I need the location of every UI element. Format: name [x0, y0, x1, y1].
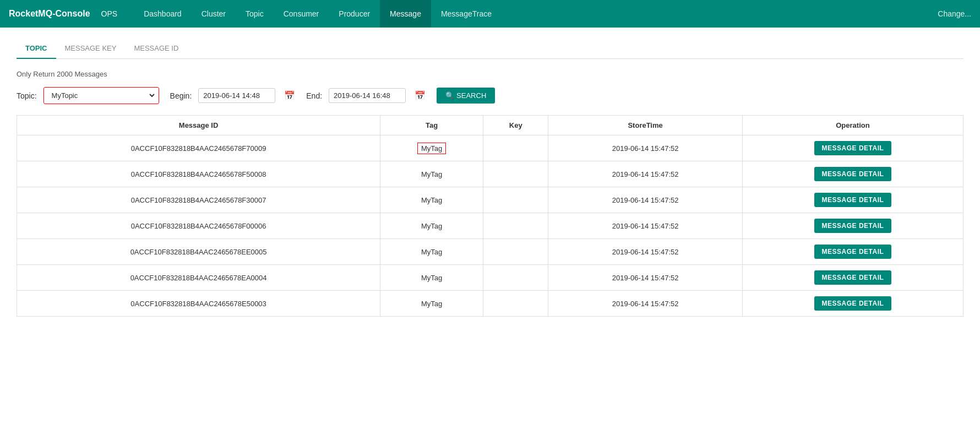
cell-tag: MyTag — [380, 213, 483, 239]
cell-key — [483, 161, 548, 187]
navbar-ops[interactable]: OPS — [101, 9, 118, 18]
nav-item-producer[interactable]: Producer — [329, 0, 380, 28]
cell-operation: MESSAGE DETAIL — [742, 239, 963, 265]
message-detail-button[interactable]: MESSAGE DETAIL — [814, 167, 892, 181]
nav-item-topic[interactable]: Topic — [236, 0, 274, 28]
begin-date-input[interactable] — [198, 88, 275, 103]
cell-key — [483, 213, 548, 239]
tab-message-id[interactable]: MESSAGE ID — [125, 39, 187, 59]
begin-calendar-icon[interactable]: 📅 — [284, 90, 295, 101]
nav-item-consumer[interactable]: Consumer — [274, 0, 329, 28]
cell-storetime: 2019-06-14 15:47:52 — [548, 161, 743, 187]
cell-message-id: 0ACCF10F832818B4AAC2465678F00006 — [17, 213, 380, 239]
nav-item-messagetrace[interactable]: MessageTrace — [431, 0, 502, 28]
col-header-message-id: Message ID — [17, 116, 380, 135]
cell-message-id: 0ACCF10F832818B4AAC2465678EE0005 — [17, 239, 380, 265]
col-header-storetime: StoreTime — [548, 116, 743, 135]
search-label: SEARCH — [456, 91, 486, 100]
col-header-key: Key — [483, 116, 548, 135]
search-button[interactable]: 🔍 SEARCH — [437, 88, 495, 104]
tab-topic[interactable]: TOPIC — [17, 39, 56, 59]
message-detail-button[interactable]: MESSAGE DETAIL — [814, 193, 892, 207]
cell-message-id: 0ACCF10F832818B4AAC2465678F30007 — [17, 187, 380, 213]
cell-storetime: 2019-06-14 15:47:52 — [548, 135, 743, 161]
nav-items: Dashboard Cluster Topic Consumer Produce… — [134, 0, 938, 28]
filter-row: Topic: MyTopic Begin: 📅 End: 📅 🔍 SEARCH — [17, 87, 963, 104]
cell-storetime: 2019-06-14 15:47:52 — [548, 265, 743, 291]
tab-message-key[interactable]: MESSAGE KEY — [56, 39, 126, 59]
cell-storetime: 2019-06-14 15:47:52 — [548, 187, 743, 213]
nav-item-cluster[interactable]: Cluster — [192, 0, 236, 28]
cell-message-id: 0ACCF10F832818B4AAC2465678E50003 — [17, 291, 380, 317]
messages-table: Message ID Tag Key StoreTime Operation 0… — [17, 115, 963, 317]
topic-select[interactable]: MyTopic — [46, 89, 156, 102]
search-icon: 🔍 — [445, 91, 454, 100]
topic-label: Topic: — [17, 91, 37, 100]
tag-highlighted: MyTag — [417, 143, 446, 154]
cell-tag: MyTag — [380, 291, 483, 317]
cell-tag: MyTag — [380, 161, 483, 187]
cell-operation: MESSAGE DETAIL — [742, 213, 963, 239]
navbar-change[interactable]: Change... — [938, 9, 971, 18]
message-detail-button[interactable]: MESSAGE DETAIL — [814, 270, 892, 285]
cell-tag: MyTag — [380, 187, 483, 213]
cell-operation: MESSAGE DETAIL — [742, 291, 963, 317]
cell-storetime: 2019-06-14 15:47:52 — [548, 239, 743, 265]
col-header-tag: Tag — [380, 116, 483, 135]
main-content: TOPIC MESSAGE KEY MESSAGE ID Only Return… — [0, 28, 980, 328]
topic-select-wrapper: MyTopic — [43, 87, 159, 104]
table-row: 0ACCF10F832818B4AAC2465678EA0004MyTag201… — [17, 265, 963, 291]
message-detail-button[interactable]: MESSAGE DETAIL — [814, 296, 892, 311]
cell-tag: MyTag — [380, 265, 483, 291]
cell-key — [483, 265, 548, 291]
navbar: RocketMQ-Console OPS Dashboard Cluster T… — [0, 0, 980, 28]
cell-operation: MESSAGE DETAIL — [742, 265, 963, 291]
cell-message-id: 0ACCF10F832818B4AAC2465678F70009 — [17, 135, 380, 161]
navbar-brand: RocketMQ-Console — [9, 9, 90, 19]
cell-operation: MESSAGE DETAIL — [742, 135, 963, 161]
message-detail-button[interactable]: MESSAGE DETAIL — [814, 219, 892, 233]
cell-operation: MESSAGE DETAIL — [742, 161, 963, 187]
end-label: End: — [306, 91, 322, 100]
cell-tag: MyTag — [380, 135, 483, 161]
info-text: Only Return 2000 Messages — [17, 70, 963, 78]
cell-storetime: 2019-06-14 15:47:52 — [548, 291, 743, 317]
table-row: 0ACCF10F832818B4AAC2465678F00006MyTag201… — [17, 213, 963, 239]
message-detail-button[interactable]: MESSAGE DETAIL — [814, 245, 892, 259]
end-date-input[interactable] — [329, 88, 406, 103]
end-calendar-icon[interactable]: 📅 — [415, 90, 426, 101]
table-row: 0ACCF10F832818B4AAC2465678F30007MyTag201… — [17, 187, 963, 213]
message-detail-button[interactable]: MESSAGE DETAIL — [814, 141, 892, 155]
cell-message-id: 0ACCF10F832818B4AAC2465678F50008 — [17, 161, 380, 187]
tab-bar: TOPIC MESSAGE KEY MESSAGE ID — [17, 39, 963, 59]
cell-operation: MESSAGE DETAIL — [742, 187, 963, 213]
table-row: 0ACCF10F832818B4AAC2465678F50008MyTag201… — [17, 161, 963, 187]
begin-label: Begin: — [170, 91, 192, 100]
cell-tag: MyTag — [380, 239, 483, 265]
nav-item-dashboard[interactable]: Dashboard — [134, 0, 192, 28]
cell-key — [483, 291, 548, 317]
table-row: 0ACCF10F832818B4AAC2465678F70009MyTag201… — [17, 135, 963, 161]
cell-key — [483, 135, 548, 161]
nav-item-message[interactable]: Message — [380, 0, 431, 28]
cell-storetime: 2019-06-14 15:47:52 — [548, 213, 743, 239]
cell-message-id: 0ACCF10F832818B4AAC2465678EA0004 — [17, 265, 380, 291]
col-header-operation: Operation — [742, 116, 963, 135]
table-row: 0ACCF10F832818B4AAC2465678EE0005MyTag201… — [17, 239, 963, 265]
table-row: 0ACCF10F832818B4AAC2465678E50003MyTag201… — [17, 291, 963, 317]
cell-key — [483, 239, 548, 265]
cell-key — [483, 187, 548, 213]
